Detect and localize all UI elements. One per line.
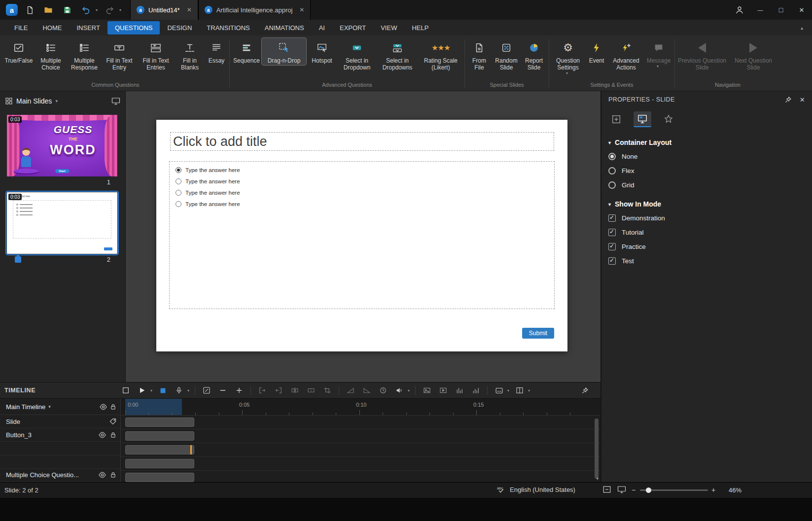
slide-1-item[interactable]: GUESS THE WORD Start 0:03 1	[0, 111, 125, 187]
bar-chart-icon[interactable]	[454, 384, 465, 396]
section-show-in-mode[interactable]: Show In Mode	[601, 192, 812, 211]
open-button[interactable]	[41, 3, 55, 17]
pane-layout-icon[interactable]	[514, 384, 526, 396]
doc-tab-untitled[interactable]: Untitled14*	[130, 0, 198, 20]
save-button[interactable]	[60, 3, 74, 17]
fill-in-text-entries-button[interactable]: Fill in Text Entries	[137, 38, 175, 72]
pane-dropdown-icon[interactable]	[528, 388, 530, 393]
timeline-selector[interactable]: Main Timeline	[0, 399, 120, 415]
slide-stage[interactable]: Click to add title Type the answer here …	[156, 120, 567, 351]
canvas-area[interactable]: Click to add title Type the answer here …	[126, 91, 600, 382]
new-document-button[interactable]	[23, 3, 36, 17]
track-row-4[interactable]	[121, 457, 600, 471]
radio-grid[interactable]	[608, 181, 616, 189]
mode-option-practice[interactable]: Practice	[601, 240, 812, 254]
tab-animations[interactable]: ANIMATIONS	[257, 21, 312, 35]
tab-view[interactable]: VIEW	[373, 21, 404, 35]
timeline-ruler[interactable]: 0:00 0:05 0:10 0:15	[121, 399, 600, 416]
redo-dropdown-icon[interactable]	[119, 8, 121, 12]
section-collapse-icon[interactable]	[608, 202, 611, 207]
minimize-button[interactable]	[750, 0, 771, 20]
answer-option-4[interactable]: Type the answer here	[176, 200, 554, 208]
track-row-slide[interactable]	[121, 416, 600, 429]
report-slide-button[interactable]: Report Slide	[521, 38, 547, 72]
doc-tab-artificial-intelligence[interactable]: Artificial Intelligence.approj	[198, 0, 311, 20]
rating-scale-button[interactable]: Rating Scale (Likert)	[419, 38, 463, 72]
timeline-vertical-scrollbar[interactable]	[595, 418, 599, 479]
edit-mode-icon[interactable]	[201, 384, 212, 396]
true-false-button[interactable]: True/False	[3, 38, 35, 65]
layout-option-grid[interactable]: Grid	[601, 178, 812, 192]
visibility-eye-icon[interactable]	[99, 431, 106, 439]
tab-insert[interactable]: INSERT	[69, 21, 107, 35]
insert-video-icon[interactable]	[437, 384, 449, 396]
close-window-button[interactable]	[791, 0, 812, 20]
fill-in-blanks-button[interactable]: Fill in Blanks	[175, 38, 205, 72]
layout-option-flex[interactable]: Flex	[601, 164, 812, 178]
question-settings-button[interactable]: Question Settings	[551, 38, 585, 76]
slide-1-thumbnail[interactable]: GUESS THE WORD Start 0:03	[7, 115, 117, 176]
selection-frame-icon[interactable]	[120, 384, 132, 396]
slide-view-monitor-icon[interactable]	[111, 97, 120, 105]
sequence-button[interactable]: Sequence	[231, 38, 262, 65]
event-button[interactable]: Event	[585, 38, 608, 65]
zoom-out-button[interactable]	[217, 384, 229, 396]
maximize-button[interactable]	[771, 0, 791, 20]
object-duration-bar[interactable]	[125, 473, 194, 482]
zoom-in-icon[interactable]	[711, 486, 715, 494]
question-settings-dropdown-icon[interactable]	[566, 71, 568, 75]
mode-option-demonstration[interactable]: Demonstration	[601, 211, 812, 225]
tab-ai[interactable]: AI	[312, 21, 332, 35]
checkbox-demonstration[interactable]	[608, 214, 616, 222]
play-dropdown-icon[interactable]	[150, 388, 152, 393]
button3-duration-bar[interactable]	[125, 431, 194, 441]
answer-radio[interactable]	[176, 178, 181, 184]
from-file-button[interactable]: From File	[466, 38, 492, 72]
scroll-down-icon[interactable]	[596, 476, 599, 481]
zoom-out-icon[interactable]	[632, 486, 635, 494]
slide-2-item[interactable]: add title 0:03	[0, 187, 125, 265]
mode-option-test[interactable]: Test	[601, 254, 812, 268]
track-row-button3[interactable]	[121, 429, 600, 443]
lock-icon[interactable]	[110, 432, 116, 438]
insert-image-icon[interactable]	[421, 384, 433, 396]
visibility-eye-icon[interactable]	[100, 403, 107, 411]
radio-flex[interactable]	[608, 167, 616, 174]
audio-dropdown-icon[interactable]	[408, 388, 410, 393]
select-in-dropdowns-button[interactable]: Select in Dropdowns	[376, 38, 419, 72]
object-duration-bar[interactable]	[125, 459, 194, 468]
tab-home[interactable]: HOME	[35, 21, 69, 35]
tab-questions[interactable]: QUESTIONS	[107, 21, 160, 35]
timeline-row-slide[interactable]: Slide	[0, 415, 120, 428]
preview-monitor-icon[interactable]	[617, 485, 626, 494]
timeline-pin-icon[interactable]	[579, 384, 591, 396]
essay-button[interactable]: Essay	[205, 38, 228, 65]
slide-duration-bar[interactable]	[125, 417, 194, 427]
drag-n-drop-button[interactable]: Drag-n-Drop	[262, 38, 306, 65]
visibility-eye-icon[interactable]	[99, 471, 106, 479]
slides-panel-title[interactable]: Main Slides	[16, 97, 52, 105]
zoom-slider[interactable]	[640, 489, 708, 491]
lock-icon[interactable]	[110, 404, 116, 410]
radio-none-selected[interactable]	[608, 153, 616, 160]
pin-icon[interactable]	[784, 96, 792, 104]
track-row-3[interactable]	[121, 443, 600, 457]
undo-dropdown-icon[interactable]	[96, 8, 98, 12]
checkbox-test[interactable]	[608, 257, 616, 265]
tab-slide-properties[interactable]	[634, 111, 651, 127]
answer-option-3[interactable]: Type the answer here	[176, 189, 554, 197]
column-chart-icon[interactable]	[470, 384, 482, 396]
closed-caption-icon[interactable]	[493, 384, 505, 396]
tab-transitions[interactable]: TRANSITIONS	[199, 21, 257, 35]
tab-interactivity[interactable]	[660, 111, 677, 127]
answer-radio[interactable]	[176, 190, 181, 196]
timeline-tracks[interactable]: 0:00 0:05 0:10 0:15	[121, 399, 600, 482]
undo-button[interactable]	[79, 3, 93, 17]
checkbox-tutorial[interactable]	[608, 229, 616, 236]
submit-button[interactable]: Submit	[522, 328, 554, 339]
multiple-choice-button[interactable]: Multiple Choice	[35, 38, 67, 72]
close-tab-icon[interactable]	[187, 6, 192, 13]
lock-icon[interactable]	[110, 472, 116, 478]
multiple-response-button[interactable]: Multiple Response	[67, 38, 102, 72]
answer-option-1[interactable]: Type the answer here	[176, 166, 554, 174]
